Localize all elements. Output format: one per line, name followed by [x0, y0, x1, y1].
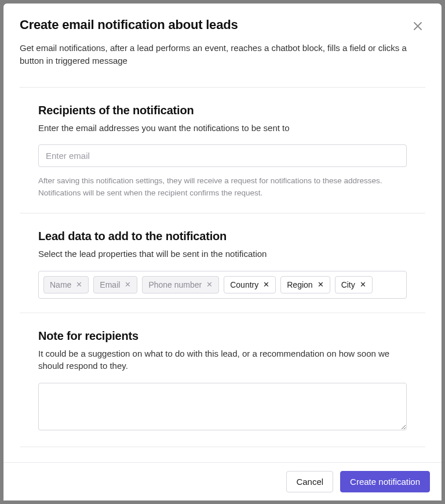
note-section: Note for recipients It could be a sugges… — [20, 313, 425, 448]
lead-data-title: Lead data to add to the notification — [38, 230, 407, 243]
recipients-helper: After saving this notification settings,… — [38, 175, 407, 199]
tag-remove-icon[interactable]: ✕ — [263, 281, 269, 288]
lead-data-subtitle: Select the lead properties that will be … — [38, 248, 407, 260]
modal-subtitle: Get email notifications, after a lead pe… — [20, 42, 425, 67]
tag-label: Email — [100, 280, 120, 289]
lead-data-section: Lead data to add to the notification Sel… — [20, 213, 425, 313]
email-subject-section: Email subject — [20, 447, 425, 462]
cancel-button[interactable]: Cancel — [286, 471, 333, 492]
close-icon — [413, 21, 423, 31]
note-subtitle: It could be a suggestion on what to do w… — [38, 347, 407, 373]
lead-data-tag[interactable]: Phone number✕ — [142, 276, 219, 293]
note-textarea[interactable] — [38, 383, 407, 430]
create-notification-button[interactable]: Create notification — [340, 471, 430, 492]
tag-label: Country — [230, 280, 258, 289]
tag-label: Phone number — [148, 280, 202, 289]
tag-label: Region — [287, 280, 312, 289]
lead-data-tag[interactable]: Name✕ — [43, 276, 89, 293]
modal-header: Create email notification about leads Ge… — [3, 3, 442, 77]
lead-data-tag[interactable]: Email✕ — [93, 276, 137, 293]
tag-label: City — [341, 280, 355, 289]
tag-remove-icon: ✕ — [206, 281, 213, 288]
tag-remove-icon[interactable]: ✕ — [318, 281, 324, 288]
modal-body[interactable]: Recipients of the notification Enter the… — [3, 88, 442, 463]
tag-label: Name — [50, 280, 71, 289]
tag-remove-icon: ✕ — [76, 281, 82, 288]
close-button[interactable] — [410, 19, 425, 34]
modal-title: Create email notification about leads — [20, 17, 238, 32]
lead-data-tag[interactable]: Region✕ — [280, 276, 330, 293]
lead-data-tag[interactable]: Country✕ — [224, 276, 276, 293]
recipients-email-input[interactable] — [38, 144, 407, 167]
recipients-title: Recipients of the notification — [38, 104, 407, 117]
tag-remove-icon: ✕ — [125, 281, 131, 288]
tag-remove-icon[interactable]: ✕ — [360, 281, 366, 288]
recipients-subtitle: Enter the email addresses you want the n… — [38, 122, 407, 135]
lead-data-tag[interactable]: City✕ — [335, 276, 373, 293]
note-title: Note for recipients — [38, 329, 407, 343]
create-notification-modal: Create email notification about leads Ge… — [3, 3, 442, 501]
recipients-section: Recipients of the notification Enter the… — [20, 88, 425, 213]
lead-data-tag-input[interactable]: Name✕Email✕Phone number✕Country✕Region✕C… — [38, 271, 407, 299]
modal-footer: Cancel Create notification — [3, 462, 442, 501]
